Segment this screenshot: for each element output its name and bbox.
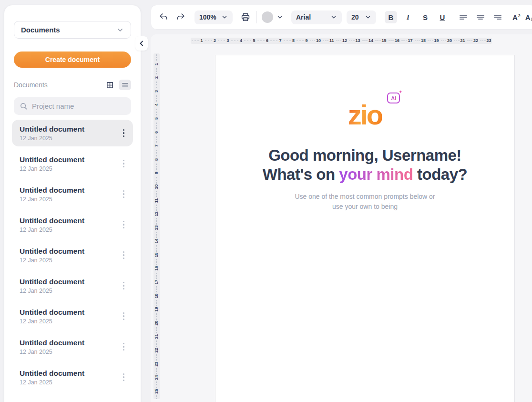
kebab-menu-icon[interactable] [121,280,127,292]
font-size-dropdown[interactable]: 20 [347,10,376,24]
ruler-cell: 4 [153,94,160,108]
kebab-menu-icon[interactable] [121,127,127,139]
ruler-cell: 4 [230,38,244,44]
document-title: Untitled document [20,308,84,317]
kebab-menu-icon[interactable] [121,158,127,170]
document-date: 12 Jan 2025 [20,349,84,355]
document-page[interactable]: zio AI ✦ Good morning, Username! What's … [215,55,515,402]
ruler-cell: 17 [400,38,414,44]
print-icon[interactable] [239,11,252,23]
chevron-left-icon [139,41,144,46]
kebab-menu-icon[interactable] [121,341,127,353]
ruler-cell: 2 [204,38,217,44]
search-input[interactable] [32,102,127,110]
ruler-cell: 19 [427,38,440,44]
create-document-button[interactable]: Create document [14,52,131,68]
document-item-text: Untitled document 12 Jan 2025 [20,124,84,142]
document-date: 12 Jan 2025 [20,135,84,142]
ruler-cell: 20 [440,38,453,44]
ruler-cell: 7 [269,38,283,44]
document-list-item[interactable]: Untitled document 12 Jan 2025 [12,211,133,238]
align-right-icon[interactable] [491,11,504,23]
document-list-item[interactable]: Untitled document 12 Jan 2025 [12,242,133,268]
subscript-button[interactable]: A2 [525,13,532,21]
document-date: 12 Jan 2025 [20,227,84,233]
ruler-cell: 20 [153,312,160,326]
underline-button[interactable]: U [436,11,449,23]
ruler-cell: 23 [153,353,160,367]
kebab-menu-icon[interactable] [121,371,127,383]
ruler-cell: 14 [361,38,375,44]
document-list-item[interactable]: Untitled document 12 Jan 2025 [12,181,133,207]
ruler-cell: 8 [153,149,160,163]
redo-icon[interactable] [174,11,187,23]
document-list-item[interactable]: Untitled document 12 Jan 2025 [12,333,133,360]
ruler-cell: 7 [153,135,160,149]
sparkle-icon: ✦ [399,89,402,94]
ruler-cell: 23 [479,38,492,44]
greeting-line2-highlight: your mind [339,165,413,183]
undo-icon[interactable] [157,11,170,23]
document-item-text: Untitled document 12 Jan 2025 [20,186,84,203]
search-box[interactable] [14,97,131,115]
document-title: Untitled document [20,216,84,225]
bold-button[interactable]: B [385,11,397,23]
ruler-cell: 3 [217,38,230,44]
superscript-button[interactable]: A2 [512,13,521,21]
document-list-item[interactable]: Untitled document 12 Jan 2025 [12,364,133,391]
document-date: 12 Jan 2025 [20,318,84,325]
ruler-cell: 10 [153,176,160,190]
ruler-cell: 16 [153,258,160,272]
ruler-cell: 22 [466,38,480,44]
ruler-cell: 26 [153,394,160,399]
grid-view-icon[interactable] [103,80,116,90]
document-title: Untitled document [20,247,84,256]
document-item-text: Untitled document 12 Jan 2025 [20,155,84,172]
ruler-cell: 13 [153,217,160,231]
greeting-line2-prefix: What's on [263,165,339,183]
zoom-dropdown[interactable]: 100% [194,10,233,24]
strikethrough-button[interactable]: S [419,11,431,23]
align-center-icon[interactable] [474,11,487,23]
document-date: 12 Jan 2025 [20,165,84,172]
document-list-item[interactable]: Untitled document 12 Jan 2025 [12,272,133,299]
ruler-cell: 1 [153,53,160,67]
font-family-dropdown[interactable]: Arial [291,10,342,24]
kebab-menu-icon[interactable] [121,310,127,322]
document-item-text: Untitled document 12 Jan 2025 [20,277,84,294]
document-list-item[interactable]: Untitled document 12 Jan 2025 [12,150,133,177]
ruler-cell: 12 [335,38,348,44]
font-size-value: 20 [351,13,359,21]
sidebar: Documents Create document Documents Unti… [4,5,141,402]
zio-logo: zio AI ✦ [348,101,382,129]
kebab-menu-icon[interactable] [121,219,127,231]
kebab-menu-icon[interactable] [121,188,127,200]
workspace-dropdown[interactable]: Documents [14,21,131,39]
text-color-swatch[interactable] [262,11,273,23]
ruler-cell: 24 [153,367,160,381]
color-chevron-down-icon[interactable] [276,11,284,23]
list-view-icon[interactable] [119,80,131,90]
toolbar-divider [256,11,257,23]
document-date: 12 Jan 2025 [20,196,84,203]
ruler-cell: 18 [153,285,160,299]
align-left-icon[interactable] [457,11,470,23]
ruler-cell: 16 [388,38,401,44]
document-list-item[interactable]: Untitled document 12 Jan 2025 [12,120,133,146]
document-date: 12 Jan 2025 [20,288,84,294]
document-item-text: Untitled document 12 Jan 2025 [20,247,84,264]
ruler-cell: 5 [153,108,160,122]
document-date: 12 Jan 2025 [20,379,84,386]
superscript-base: A [512,13,518,21]
subtitle-line1: Use one of the most common prompts below… [215,192,514,202]
kebab-menu-icon[interactable] [121,249,127,261]
vertical-ruler: 1234567891011121314151617181920212223242… [153,53,160,399]
document-list-item[interactable]: Untitled document 12 Jan 2025 [12,303,133,330]
sidebar-collapse-button[interactable] [135,36,148,51]
italic-button[interactable]: I [402,11,414,23]
ruler-cell: 5 [243,38,256,44]
document-title: Untitled document [20,155,84,164]
view-toggles [103,80,131,90]
ruler-cell: 11 [322,38,335,44]
ruler-cell: 2 [153,67,160,81]
